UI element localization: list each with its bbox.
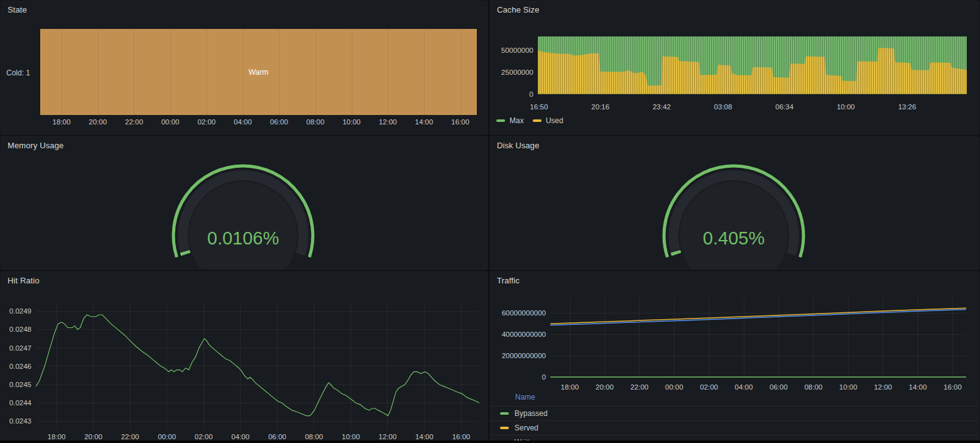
state-row-label: Cold: 1: [6, 68, 30, 77]
state-gridline: [98, 29, 99, 115]
y-tick-label: 0.0247: [9, 344, 31, 352]
state-gridline: [170, 29, 171, 115]
x-tick-label: 04:00: [231, 433, 249, 440]
state-gridline: [62, 29, 62, 115]
y-tick-label: 50000000: [501, 46, 533, 54]
x-tick-label: 13:26: [898, 103, 917, 111]
x-tick-label: 00:00: [161, 118, 180, 126]
x-tick-label: 02:00: [700, 383, 718, 391]
state-segment-label: Warm: [249, 68, 269, 77]
x-tick-label: 03:08: [714, 103, 732, 111]
x-tick-label: 18:00: [53, 118, 71, 126]
traffic-chart[interactable]: 020000000000400000000006000000000018:002…: [491, 272, 979, 442]
x-tick-label: 08:00: [804, 383, 822, 391]
state-warm-segment[interactable]: Warm: [40, 29, 477, 115]
x-tick-label: 02:00: [195, 433, 213, 440]
x-tick-label: 10:00: [342, 118, 361, 126]
state-gridline: [243, 29, 244, 115]
series-served-line: [550, 308, 966, 324]
gauge-value-arc: [185, 251, 185, 254]
x-tick-label: 23:42: [653, 103, 671, 111]
x-tick-label: 16:00: [452, 433, 471, 440]
x-tick-label: 06:34: [775, 103, 793, 111]
x-tick-label: 18:00: [48, 433, 66, 440]
x-tick-label: 18:00: [561, 383, 579, 391]
x-tick-label: 00:00: [158, 433, 176, 440]
x-tick-label: 12:00: [379, 118, 397, 126]
y-tick-label: 40000000000: [502, 331, 546, 338]
x-tick-label: 10:00: [837, 103, 855, 111]
x-tick-label: 12:00: [379, 433, 397, 440]
gauge-value-label: 0.0106%: [207, 228, 280, 248]
x-tick-label: 22:00: [121, 433, 139, 440]
series-hit-ratio-line: [36, 315, 479, 416]
x-tick-label: 06:00: [268, 433, 286, 440]
y-tick-label: 0.0243: [9, 417, 31, 425]
y-tick-label: 0.0244: [9, 399, 32, 407]
x-tick-label: 16:00: [944, 383, 962, 391]
x-tick-label: 02:00: [197, 118, 215, 126]
panel-memory-usage: Memory Usage 0.0106%: [1, 136, 487, 270]
grafana-dashboard: State Cold: 1 Warm 18:0020:0022:0000:000…: [0, 0, 980, 443]
x-tick-label: 00:00: [665, 383, 683, 391]
state-gridline: [315, 29, 316, 115]
gauge-value-label: 0.405%: [703, 228, 765, 248]
x-tick-label: 22:00: [125, 118, 143, 126]
state-x-axis: 18:0020:0022:0000:0002:0004:0006:0008:00…: [1, 118, 487, 128]
gauge-value-arc: [675, 251, 676, 254]
x-tick-label: 12:00: [874, 383, 892, 391]
x-tick-label: 08:00: [305, 433, 323, 440]
x-tick-label: 20:00: [89, 118, 107, 126]
x-tick-label: 06:00: [270, 118, 288, 126]
x-tick-label: 22:00: [630, 383, 648, 391]
y-tick-label: 0: [542, 373, 546, 381]
y-tick-label: 20000000000: [502, 352, 546, 359]
x-tick-label: 08:00: [307, 118, 325, 126]
panel-title-state[interactable]: State: [1, 1, 487, 14]
state-gridline: [352, 29, 352, 115]
y-tick-label: 0.0246: [9, 363, 31, 370]
x-tick-label: 20:00: [84, 433, 102, 440]
x-tick-label: 10:00: [839, 383, 858, 391]
y-tick-label: 0.0249: [9, 307, 31, 315]
x-tick-label: 14:00: [415, 433, 433, 440]
y-tick-label: 0: [530, 90, 533, 98]
x-tick-label: 16:00: [451, 118, 469, 126]
state-gridline: [279, 29, 280, 115]
x-tick-label: 14:00: [415, 118, 433, 126]
bar-texture: [538, 36, 967, 94]
cache-size-chart[interactable]: 0250000005000000016:5020:1623:4203:0806:…: [491, 1, 979, 134]
state-gridline: [134, 29, 134, 115]
panel-hit-ratio: Hit Ratio 0.02430.02440.02450.02460.0247…: [1, 271, 487, 442]
x-tick-label: 14:00: [909, 383, 927, 391]
hit-ratio-chart[interactable]: 0.02430.02440.02450.02460.02470.02480.02…: [1, 272, 487, 442]
x-tick-label: 04:00: [234, 118, 252, 126]
y-tick-label: 0.0245: [9, 381, 31, 388]
x-tick-label: 04:00: [735, 383, 753, 391]
series-written-line: [550, 309, 966, 325]
x-tick-label: 10:00: [342, 433, 360, 440]
memory-usage-gauge[interactable]: 0.0106%: [1, 137, 487, 270]
state-gridline: [388, 29, 388, 115]
x-tick-label: 16:50: [530, 103, 548, 111]
panel-cache-size: Cache Size MaxUsed 0250000005000000016:5…: [490, 1, 979, 134]
disk-usage-gauge[interactable]: 0.405%: [491, 137, 979, 270]
y-tick-label: 25000000: [501, 68, 533, 76]
panel-traffic: Traffic Name BypassedServedWritten 02000…: [490, 271, 979, 442]
state-gridline: [424, 29, 425, 115]
y-tick-label: 0.0248: [9, 325, 31, 333]
panel-state: State Cold: 1 Warm 18:0020:0022:0000:000…: [1, 1, 487, 134]
state-gridline: [460, 29, 461, 115]
x-tick-label: 06:00: [770, 383, 788, 391]
y-tick-label: 60000000000: [502, 309, 546, 317]
window-bottom-edge: [0, 440, 980, 443]
panel-disk-usage: Disk Usage 0.405%: [490, 136, 979, 270]
x-tick-label: 20:00: [596, 383, 614, 391]
state-gridline: [207, 29, 207, 115]
x-tick-label: 20:16: [591, 103, 609, 111]
